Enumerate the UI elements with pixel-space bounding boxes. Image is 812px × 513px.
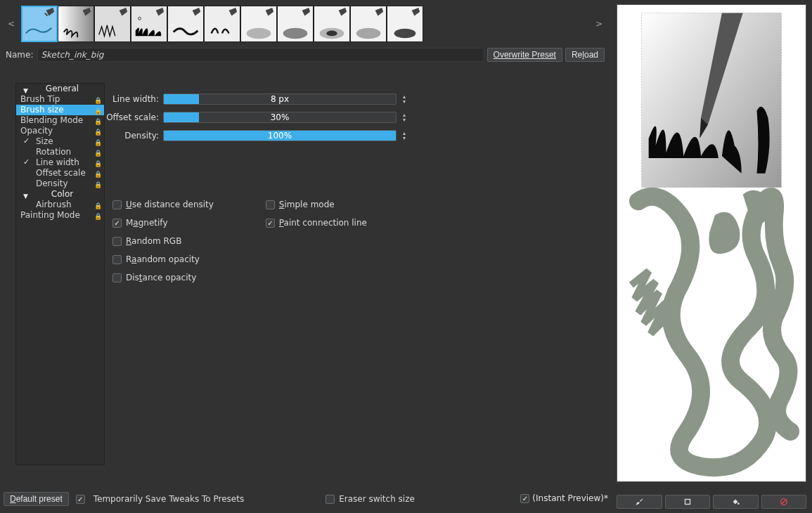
- simple-mode-label: Simple mode: [279, 200, 335, 209]
- preset-prev[interactable]: <: [6, 19, 17, 29]
- distance-opacity-checkbox[interactable]: [112, 273, 122, 283]
- bottom-bar: Default preset ✓ Temporarily Save Tweaks…: [4, 491, 607, 507]
- magnetify-checkbox[interactable]: ✓: [112, 219, 122, 228]
- preset-thumb[interactable]: [167, 6, 204, 42]
- preset-thumb[interactable]: [314, 6, 350, 42]
- temp-save-checkbox[interactable]: ✓: [76, 495, 85, 504]
- line-width-label: Line width:: [105, 94, 159, 104]
- sidebar-item-brush-size[interactable]: Brush size🔒: [16, 105, 104, 115]
- instant-preview-checkbox[interactable]: ✓: [520, 494, 529, 503]
- options-checks: Use distance density ✓Magnetify Random R…: [112, 195, 367, 287]
- instant-preview-row: ✓ (Instant Preview)*: [520, 493, 608, 503]
- sidebar-item-offset-scale[interactable]: Offset scale🔒: [16, 168, 104, 178]
- sidebar-item-blending-mode[interactable]: Blending Mode🔒: [16, 115, 104, 126]
- preview-toolbar: [617, 495, 806, 509]
- distance-opacity-label: Distance opacity: [126, 273, 196, 283]
- density-spin[interactable]: ▴▾: [401, 131, 408, 141]
- preset-thumbnails: [21, 6, 423, 42]
- random-opacity-checkbox[interactable]: [112, 255, 122, 264]
- sidebar-item-size[interactable]: ✓Size🔒: [16, 136, 104, 147]
- preset-thumb[interactable]: [204, 6, 240, 42]
- clear-icon-button[interactable]: [761, 495, 807, 509]
- svg-point-16: [394, 29, 416, 38]
- sidebar-item-line-width[interactable]: ✓Line width🔒: [16, 157, 104, 168]
- sidebar-item-brush-tip[interactable]: Brush Tip🔒: [16, 94, 104, 105]
- eraser-switch-checkbox[interactable]: [326, 495, 335, 504]
- use-distance-density-label: Use distance density: [126, 200, 214, 209]
- fill-icon-button[interactable]: [713, 495, 759, 509]
- offset-scale-slider[interactable]: 30%: [163, 112, 397, 123]
- name-field[interactable]: Sketch_ink_big: [37, 48, 484, 62]
- preset-thumb[interactable]: [94, 6, 131, 42]
- square-icon-button[interactable]: [665, 495, 711, 509]
- instant-preview-label: (Instant Preview)*: [532, 493, 608, 503]
- eraser-switch-label: Eraser switch size: [339, 494, 415, 504]
- preset-thumb[interactable]: [131, 6, 167, 42]
- main-panel: Line width: 8 px ▴▾ Offset scale: 30% ▴▾…: [105, 83, 608, 465]
- simple-mode-checkbox[interactable]: [266, 200, 275, 209]
- preset-next[interactable]: >: [593, 19, 605, 29]
- brush-preview: [617, 4, 806, 482]
- sidebar-item-opacity[interactable]: Opacity🔒: [16, 126, 104, 136]
- random-rgb-checkbox[interactable]: [112, 237, 122, 246]
- svg-point-12: [326, 31, 337, 37]
- svg-point-7: [247, 28, 271, 39]
- temp-save-label: Temporarily Save Tweaks To Presets: [94, 494, 244, 504]
- name-row: Name: Sketch_ink_big Overwrite Preset Re…: [6, 48, 605, 62]
- svg-point-14: [356, 28, 381, 39]
- svg-line-25: [782, 500, 786, 504]
- sidebar-item-density[interactable]: Density🔒: [16, 178, 104, 189]
- brush-icon-button[interactable]: [617, 495, 662, 509]
- density-slider[interactable]: 100%: [163, 130, 397, 141]
- random-opacity-label: Raandom opacity: [126, 254, 200, 264]
- line-width-slider[interactable]: 8 px: [163, 93, 397, 105]
- sidebar-item-airbrush[interactable]: Airbrush🔒: [16, 200, 104, 210]
- property-sidebar: ▼General Brush Tip🔒 Brush size🔒 Blending…: [15, 83, 105, 465]
- reload-button[interactable]: Reload: [565, 48, 605, 62]
- preset-thumb[interactable]: [277, 6, 314, 42]
- preset-thumb[interactable]: [350, 6, 387, 42]
- paint-connection-checkbox[interactable]: ✓: [266, 219, 275, 228]
- preset-thumb[interactable]: [240, 6, 277, 42]
- overwrite-preset-button[interactable]: Overwrite Preset: [487, 48, 562, 62]
- use-distance-density-checkbox[interactable]: [112, 200, 122, 209]
- sidebar-header-color[interactable]: ▼Color: [16, 189, 104, 200]
- preset-strip: < >: [6, 4, 605, 44]
- default-preset-button[interactable]: Default preset: [4, 492, 69, 506]
- name-label: Name:: [6, 50, 33, 60]
- preset-thumb[interactable]: [21, 6, 58, 42]
- paint-connection-label: Paint connection line: [279, 218, 367, 228]
- preset-thumb[interactable]: [58, 6, 94, 42]
- density-label: Density:: [105, 131, 159, 141]
- sidebar-item-painting-mode[interactable]: Painting Mode🔒: [16, 210, 104, 221]
- line-width-spin[interactable]: ▴▾: [401, 95, 408, 104]
- svg-rect-22: [685, 500, 690, 505]
- offset-scale-spin[interactable]: ▴▾: [401, 113, 408, 122]
- magnetify-label: Magnetify: [126, 218, 167, 228]
- offset-scale-label: Offset scale:: [105, 112, 159, 122]
- sidebar-item-rotation[interactable]: Rotation🔒: [16, 147, 104, 157]
- random-rgb-label: Random RGB: [126, 236, 181, 246]
- svg-point-9: [283, 28, 308, 39]
- svg-point-23: [737, 502, 740, 505]
- preset-thumb[interactable]: [387, 6, 423, 42]
- sidebar-header-general[interactable]: ▼General: [16, 84, 104, 94]
